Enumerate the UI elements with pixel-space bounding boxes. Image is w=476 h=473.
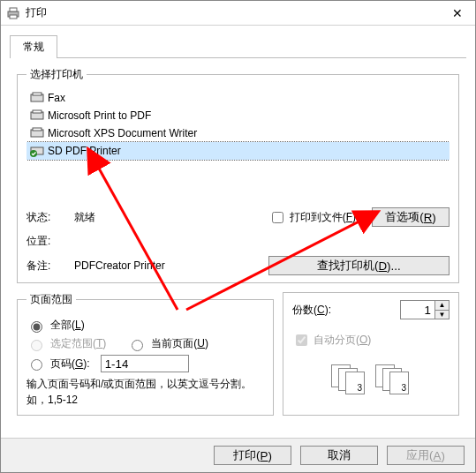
label-text: 页码(G): bbox=[50, 357, 90, 372]
label-text: 选定范围(T) bbox=[50, 336, 106, 351]
dialog-footer: 打印(P) 取消 应用(A) bbox=[1, 438, 475, 472]
find-printer-button[interactable]: 查找打印机(D)... bbox=[268, 256, 450, 275]
range-pages-radio[interactable] bbox=[31, 359, 42, 371]
printer-item-icon bbox=[30, 92, 44, 104]
print-to-file-input[interactable] bbox=[272, 212, 283, 223]
print-to-file-checkbox[interactable]: 打印到文件(F) bbox=[268, 209, 356, 226]
comment-value: PDFCreator Printer bbox=[74, 259, 263, 272]
page-range-legend: 页面范围 bbox=[26, 292, 76, 307]
status-value: 就绪 bbox=[74, 210, 263, 225]
range-all-radio[interactable] bbox=[31, 321, 42, 333]
location-label: 位置: bbox=[26, 234, 69, 249]
printer-item-label: SD PDF Printer bbox=[48, 145, 121, 157]
page-range-group: 页面范围 全部(L) 选定范围(T) 当前页面(U) bbox=[17, 292, 274, 416]
svg-rect-6 bbox=[33, 110, 42, 113]
printer-default-check-icon bbox=[30, 145, 44, 157]
cancel-button[interactable]: 取消 bbox=[300, 446, 378, 465]
apply-button: 应用(A) bbox=[387, 446, 465, 465]
printer-item-mspdf[interactable]: Microsoft Print to PDF bbox=[26, 107, 450, 124]
label-text: 全部(L) bbox=[50, 318, 85, 333]
printer-item-sdpdf[interactable]: SD PDF Printer bbox=[26, 142, 450, 160]
label-text: 当前页面(U) bbox=[151, 336, 208, 351]
status-label: 状态: bbox=[26, 210, 69, 225]
printer-item-icon bbox=[30, 109, 44, 122]
collate-checkbox: 自动分页(O) bbox=[292, 332, 450, 349]
copies-label: 份数(C): bbox=[292, 303, 331, 318]
range-selection-radio bbox=[31, 340, 42, 351]
pages-input[interactable] bbox=[101, 355, 189, 372]
collate-graphic: 1 2 3 1 2 3 bbox=[292, 364, 450, 394]
range-pages[interactable]: 页码(G): bbox=[26, 355, 264, 372]
comment-label: 备注: bbox=[26, 259, 69, 274]
printer-list[interactable]: Fax Microsoft Print to PDF Microsoft XPS… bbox=[26, 89, 450, 204]
printer-icon bbox=[6, 6, 20, 20]
printer-group-legend: 选择打印机 bbox=[26, 67, 87, 82]
copies-spinner[interactable]: ▲ ▼ bbox=[400, 300, 450, 319]
svg-rect-4 bbox=[33, 93, 42, 95]
tabstrip: 常规 bbox=[10, 34, 466, 58]
svg-rect-1 bbox=[10, 8, 17, 11]
label-text: 自动分页(O) bbox=[314, 333, 371, 348]
tab-general[interactable]: 常规 bbox=[10, 35, 57, 58]
copies-input[interactable] bbox=[401, 301, 434, 319]
label-text: 打印到文件(F) bbox=[290, 210, 356, 225]
printer-item-icon bbox=[30, 127, 44, 139]
print-button[interactable]: 打印(P) bbox=[214, 446, 291, 465]
print-dialog: 打印 ✕ 常规 选择打印机 Fax Microsoft Print to PDF bbox=[0, 0, 476, 473]
titlebar: 打印 ✕ bbox=[1, 1, 475, 26]
printer-item-fax[interactable]: Fax bbox=[26, 89, 450, 107]
range-selection-current: 选定范围(T) 当前页面(U) bbox=[26, 336, 264, 351]
window-title: 打印 bbox=[26, 5, 445, 20]
copies-group: 份数(C): ▲ ▼ 自动分页(O) bbox=[283, 292, 459, 416]
range-current-radio[interactable] bbox=[132, 340, 143, 351]
svg-rect-2 bbox=[10, 15, 17, 19]
collate-input bbox=[296, 334, 307, 346]
printer-item-label: Microsoft Print to PDF bbox=[48, 109, 151, 122]
printer-item-xps[interactable]: Microsoft XPS Document Writer bbox=[26, 124, 450, 142]
printer-group: 选择打印机 Fax Microsoft Print to PDF Microso… bbox=[17, 67, 459, 283]
svg-point-10 bbox=[30, 150, 37, 157]
page-range-note: 输入页面号码和/或页面范围，以英文逗号分割。如，1,5-12 bbox=[26, 376, 264, 408]
spin-down[interactable]: ▼ bbox=[435, 311, 449, 319]
tab-panel: 选择打印机 Fax Microsoft Print to PDF Microso… bbox=[10, 58, 466, 428]
range-all[interactable]: 全部(L) bbox=[26, 318, 264, 333]
close-button[interactable]: ✕ bbox=[445, 6, 470, 20]
spin-up[interactable]: ▲ bbox=[435, 301, 449, 311]
svg-rect-8 bbox=[33, 128, 42, 131]
preferences-button[interactable]: 首选项(R) bbox=[372, 207, 450, 227]
printer-item-label: Microsoft XPS Document Writer bbox=[48, 127, 197, 139]
client-area: 常规 选择打印机 Fax Microsoft Print to PDF bbox=[1, 26, 475, 435]
printer-item-label: Fax bbox=[48, 92, 65, 104]
